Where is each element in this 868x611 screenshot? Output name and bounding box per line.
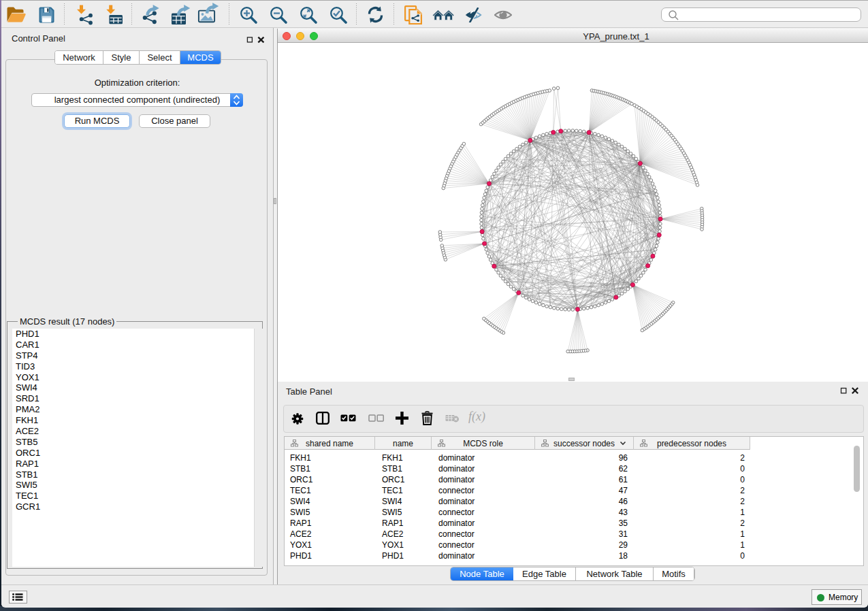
svg-text:f(x): f(x) [468,410,485,424]
